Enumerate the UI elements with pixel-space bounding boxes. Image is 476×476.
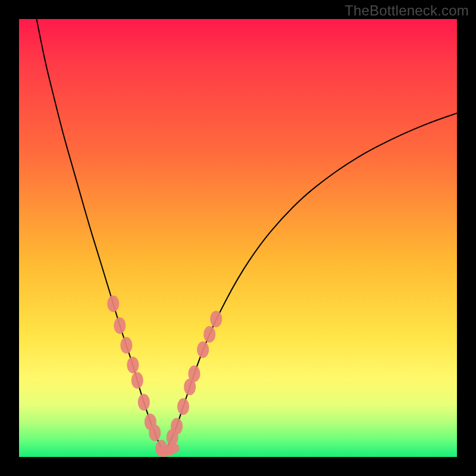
data-marker [197,342,209,358]
watermark-text: TheBottleneck.com [345,2,469,19]
data-marker [210,311,222,327]
data-marker [165,443,180,453]
data-marker [107,295,119,312]
curve-right-branch [164,113,457,452]
data-marker [188,365,200,382]
data-marker [114,317,126,334]
data-marker [149,425,161,441]
data-marker [138,394,150,411]
curve-left-branch [36,19,163,452]
data-marker [127,356,139,373]
data-marker [171,418,183,434]
data-marker [120,337,132,353]
data-marker [131,372,143,389]
plot-area [19,19,457,457]
markers-left [107,295,167,456]
chart-frame: TheBottleneck.com [0,0,476,476]
data-marker [177,398,189,415]
data-marker [203,326,215,343]
chart-svg [19,19,457,457]
markers-right [167,311,223,446]
